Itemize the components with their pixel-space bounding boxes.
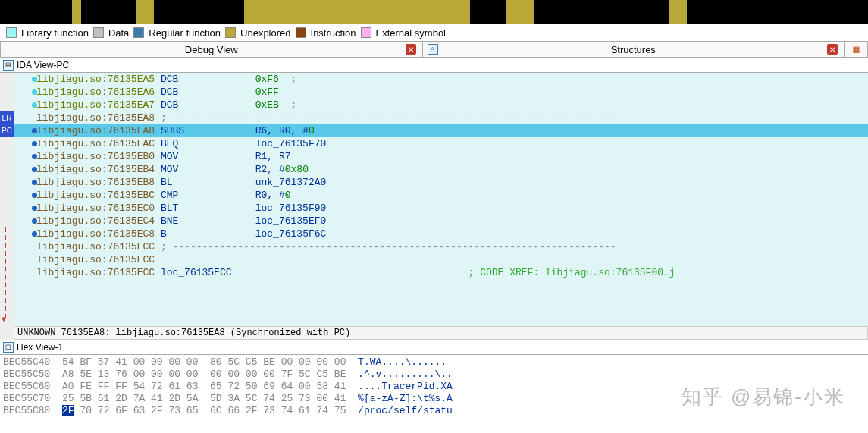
status-bar: UNKNOWN 76135EA8: libjiagu.so:76135EA8 (… [14, 326, 868, 340]
legend-label: Regular function [149, 27, 221, 39]
table-icon: ▦ [854, 43, 860, 55]
overview-bar[interactable] [0, 0, 868, 24]
disasm-line[interactable]: libjiagu.so:76135EB4 MOV R2, #0x80 [14, 163, 868, 176]
legend-bar: Library functionDataRegular functionUnex… [0, 24, 868, 41]
disasm-view[interactable]: LR ▼ PC libjiagu.so:76135EA5 DCB 0xF6 ;l… [0, 73, 868, 340]
disasm-line[interactable]: libjiagu.so:76135EBC CMP R0, #0 [14, 189, 868, 202]
disasm-line[interactable]: libjiagu.so:76135EC8 B loc_76135F6C [14, 227, 868, 240]
legend-swatch [133, 27, 144, 38]
tab-label: Debug View [185, 44, 238, 55]
legend-label: Instruction [311, 27, 356, 39]
overview-segment[interactable] [0, 0, 72, 24]
breakpoint-dot[interactable] [32, 206, 37, 211]
hex-view-title-bar: ◫ Hex View-1 [0, 340, 868, 355]
struct-icon: A [428, 44, 438, 55]
view-icon: ▤ [3, 60, 14, 71]
close-icon[interactable]: ✕ [406, 44, 416, 55]
legend-label: External symbol [376, 27, 446, 39]
breakpoint-dot[interactable] [32, 180, 37, 185]
overview-segment[interactable] [72, 0, 81, 24]
arrow-head-icon: ▼ [2, 315, 6, 324]
overview-segment[interactable] [669, 0, 688, 24]
legend-label: Data [108, 27, 129, 39]
hex-icon: ◫ [3, 342, 14, 353]
overview-segment[interactable] [136, 0, 154, 24]
view-title-text: IDA View-PC [17, 60, 69, 71]
hex-line[interactable]: BEC55C80 2F 70 72 6F 63 2F 73 65 6C 66 2… [3, 405, 865, 417]
overview-segment[interactable] [534, 0, 669, 24]
tab-debug-view[interactable]: Debug View ✕ [1, 42, 423, 57]
disasm-line[interactable]: libjiagu.so:76135EB0 MOV R1, R7 [14, 150, 868, 163]
disasm-line[interactable]: libjiagu.so:76135EB8 BL unk_761372A0 [14, 176, 868, 189]
tab-structures[interactable]: A Structures ✕ [423, 42, 845, 57]
breakpoint-dot[interactable] [32, 154, 37, 159]
breakpoint-dot[interactable] [32, 167, 37, 172]
pc-badge: PC [0, 124, 14, 137]
breakpoint-dot[interactable] [32, 89, 37, 95]
view-title-text: Hex View-1 [17, 342, 63, 353]
disasm-line[interactable]: libjiagu.so:76135EC4 BNE loc_76135EF0 [14, 215, 868, 227]
disasm-line[interactable]: libjiagu.so:76135ECC ; -----------------… [14, 240, 868, 253]
legend-label: Unexplored [240, 27, 291, 39]
overview-segment[interactable] [506, 0, 534, 24]
disasm-line[interactable]: libjiagu.so:76135EA8 SUBS R6, R0, #0 [14, 124, 868, 137]
hex-line[interactable]: BEC55C50 A8 5E 13 76 00 00 00 00 00 00 0… [3, 369, 865, 381]
gutter: LR ▼ PC [0, 73, 14, 340]
breakpoint-dot[interactable] [32, 77, 37, 82]
hex-line[interactable]: BEC55C60 A0 FE FF FF 54 72 61 63 65 72 5… [3, 381, 865, 393]
breakpoint-dot[interactable] [32, 193, 37, 198]
disasm-line[interactable]: libjiagu.so:76135ECC [14, 253, 868, 266]
lr-badge: LR [0, 111, 14, 124]
disasm-line[interactable]: libjiagu.so:76135EA6 DCB 0xFF [14, 86, 868, 99]
overview-segment[interactable] [154, 0, 244, 24]
tab-extra[interactable]: ▦ [844, 42, 867, 57]
jump-arrow [5, 227, 6, 318]
overview-segment[interactable] [244, 0, 470, 24]
tab-row: Debug View ✕ A Structures ✕ ▦ [0, 41, 868, 58]
disasm-line[interactable]: libjiagu.so:76135EA8 ; -----------------… [14, 111, 868, 124]
tab-label: Structures [611, 44, 656, 55]
overview-segment[interactable] [81, 0, 136, 24]
hex-line[interactable]: BEC55C40 54 BF 57 41 00 00 00 00 80 5C C… [3, 356, 865, 369]
breakpoint-dot[interactable] [32, 128, 37, 133]
overview-segment[interactable] [687, 0, 868, 24]
ida-view-title-bar: ▤ IDA View-PC [0, 58, 868, 73]
breakpoint-dot[interactable] [32, 102, 37, 108]
close-icon[interactable]: ✕ [827, 44, 838, 55]
breakpoint-dot[interactable] [32, 231, 37, 237]
disasm-line[interactable]: libjiagu.so:76135EAC BEQ loc_76135F70 [14, 137, 868, 150]
overview-segment[interactable] [470, 0, 506, 24]
legend-swatch [361, 27, 371, 38]
disasm-line[interactable]: libjiagu.so:76135EC0 BLT loc_76135F90 [14, 202, 868, 215]
legend-swatch [93, 27, 104, 38]
hex-line[interactable]: BEC55C70 25 5B 61 2D 7A 41 2D 5A 5D 3A 5… [3, 393, 865, 405]
disasm-line[interactable]: libjiagu.so:76135EA7 DCB 0xEB ; [14, 99, 868, 111]
legend-swatch [6, 27, 17, 38]
breakpoint-dot[interactable] [32, 218, 37, 224]
legend-swatch [296, 27, 306, 38]
hex-view[interactable]: BEC55C40 54 BF 57 41 00 00 00 00 80 5C C… [0, 355, 868, 419]
disasm-line[interactable]: libjiagu.so:76135ECC loc_76135ECC ; CODE… [14, 266, 868, 279]
breakpoint-dot[interactable] [32, 141, 37, 146]
legend-label: Library function [21, 27, 89, 39]
legend-swatch [225, 27, 236, 38]
disasm-line[interactable]: libjiagu.so:76135EA5 DCB 0xF6 ; [14, 73, 868, 86]
